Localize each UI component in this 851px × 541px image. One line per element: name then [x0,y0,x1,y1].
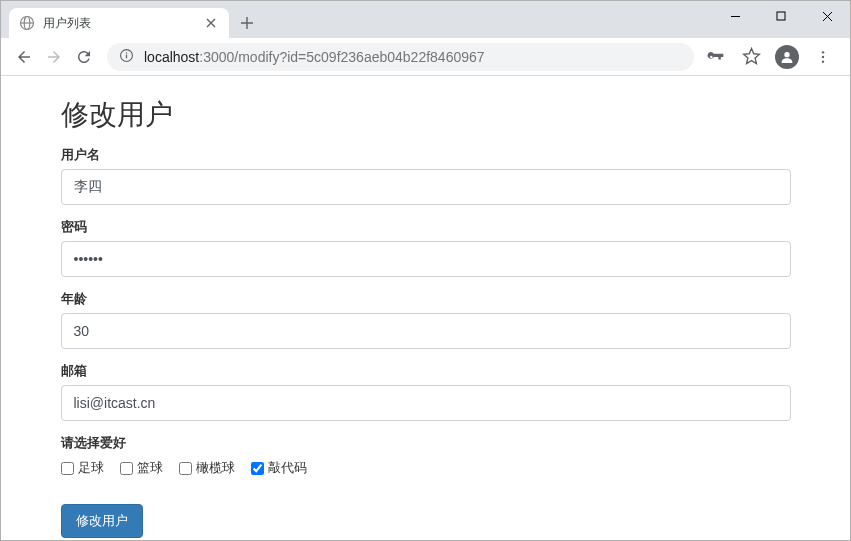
form-container: 修改用户 用户名 密码 年龄 邮箱 请选择爱好 足球篮球橄榄球敲代码 [61,76,791,540]
hobby-checkbox[interactable] [120,462,133,475]
tab-close-icon[interactable] [203,15,219,31]
svg-point-10 [822,55,824,57]
email-input[interactable] [61,385,791,421]
address-bar[interactable]: localhost:3000/modify?id=5c09f236aeb04b2… [107,43,694,71]
hobbies-label: 请选择爱好 [61,434,791,452]
profile-button[interactable] [774,44,800,70]
form-group-password: 密码 [61,218,791,277]
url-text: localhost:3000/modify?id=5c09f236aeb04b2… [144,49,485,65]
hobby-label: 足球 [78,459,104,477]
submit-button[interactable]: 修改用户 [61,504,143,538]
window-controls [712,1,850,31]
hobby-checkbox[interactable] [251,462,264,475]
minimize-button[interactable] [712,1,758,31]
password-label: 密码 [61,218,791,236]
svg-point-8 [784,52,789,57]
hobby-label: 敲代码 [268,459,307,477]
hobby-checkbox[interactable] [179,462,192,475]
tab-title: 用户列表 [43,15,203,32]
menu-button[interactable] [810,44,836,70]
hobbies-options: 足球篮球橄榄球敲代码 [61,457,791,477]
globe-icon [19,15,35,31]
toolbar-right [702,44,842,70]
hobby-option[interactable]: 橄榄球 [179,459,235,477]
svg-point-9 [822,51,824,53]
svg-rect-7 [126,52,127,53]
nav-toolbar: localhost:3000/modify?id=5c09f236aeb04b2… [1,38,850,76]
page-content: 修改用户 用户名 密码 年龄 邮箱 请选择爱好 足球篮球橄榄球敲代码 [1,76,850,540]
key-icon[interactable] [702,44,728,70]
username-input[interactable] [61,169,791,205]
page-title: 修改用户 [61,96,791,134]
svg-rect-4 [777,12,785,20]
browser-window: 用户列表 [0,0,851,541]
star-icon[interactable] [738,44,764,70]
reload-button[interactable] [69,42,99,72]
tabs-area: 用户列表 [1,1,261,38]
hobby-label: 篮球 [137,459,163,477]
password-input[interactable] [61,241,791,277]
browser-tab[interactable]: 用户列表 [9,8,229,38]
email-label: 邮箱 [61,362,791,380]
hobby-label: 橄榄球 [196,459,235,477]
hobby-option[interactable]: 敲代码 [251,459,307,477]
titlebar: 用户列表 [1,1,850,38]
avatar-icon [775,45,799,69]
form-group-email: 邮箱 [61,362,791,421]
forward-button[interactable] [39,42,69,72]
age-input[interactable] [61,313,791,349]
svg-point-11 [822,60,824,62]
form-group-hobbies: 请选择爱好 足球篮球橄榄球敲代码 [61,434,791,477]
svg-rect-6 [126,54,127,58]
maximize-button[interactable] [758,1,804,31]
age-label: 年龄 [61,290,791,308]
hobby-option[interactable]: 足球 [61,459,104,477]
username-label: 用户名 [61,146,791,164]
hobby-checkbox[interactable] [61,462,74,475]
close-window-button[interactable] [804,1,850,31]
site-info-icon[interactable] [119,48,134,66]
form-group-age: 年龄 [61,290,791,349]
back-button[interactable] [9,42,39,72]
new-tab-button[interactable] [233,9,261,37]
hobby-option[interactable]: 篮球 [120,459,163,477]
form-group-username: 用户名 [61,146,791,205]
